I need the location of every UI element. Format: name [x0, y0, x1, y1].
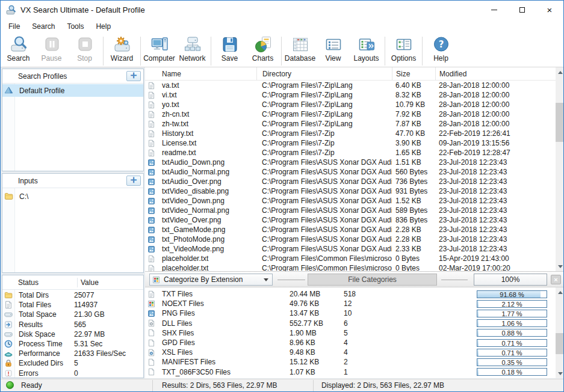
categorize-mode-select[interactable]: Categorize By Extension: [149, 274, 273, 286]
file-name-cell: readme.txt: [158, 149, 256, 157]
scroll-thumb[interactable]: [556, 103, 564, 142]
toolbar-options-button[interactable]: Options: [387, 35, 420, 66]
menu-file[interactable]: File: [2, 20, 26, 33]
category-row[interactable]: PNG Files13.47 KB101.77 %: [145, 308, 556, 318]
toolbar-network-button[interactable]: Network: [176, 35, 209, 66]
file-row[interactable]: License.txtC:\Program Files\7-Zip3.90 KB…: [145, 138, 556, 148]
file-row[interactable]: vi.txtC:\Program Files\7-Zip\Lang8.32 KB…: [145, 90, 556, 100]
profile-icon: [4, 86, 13, 95]
toolbar-save-button[interactable]: Save: [213, 35, 246, 66]
txt-file-icon: [147, 255, 155, 263]
file-row[interactable]: txtAudio_Normal.pngC:\Program Files\ASUS…: [145, 167, 556, 177]
category-row[interactable]: SHX Files1.90 MB50.88 %: [145, 328, 556, 338]
scroll-up-button[interactable]: [556, 67, 564, 77]
column-header-name[interactable]: Name: [145, 67, 256, 80]
toolbar-pause-button[interactable]: Pause: [35, 35, 68, 66]
file-name-cell: txtAudio_Over.png: [158, 177, 256, 186]
file-row[interactable]: readme.txtC:\Program Files\7-Zip1.65 KB2…: [145, 148, 556, 158]
close-panel-button[interactable]: ×: [551, 275, 561, 284]
file-size-cell: 2.33 KB: [392, 245, 435, 253]
app-window: VX Search Ultimate - Default Profile × F…: [0, 0, 564, 392]
zoom-level-button[interactable]: 100%: [474, 274, 547, 286]
file-row[interactable]: placeholder.txtC:\Program Files\Common F…: [145, 263, 556, 271]
file-list-scrollbar[interactable]: [556, 67, 564, 271]
file-row[interactable]: zh-cn.txtC:\Program Files\7-Zip\Lang7.92…: [145, 109, 556, 119]
close-button[interactable]: ×: [536, 1, 563, 19]
file-row[interactable]: txt_VideoMode.pngC:\Program Files\ASUS X…: [145, 244, 556, 254]
menu-search[interactable]: Search: [26, 20, 61, 33]
wizard-icon: [113, 35, 131, 54]
category-row[interactable]: DLL Files552.77 KB61.06 %: [145, 319, 556, 328]
toolbar-view-button[interactable]: View: [317, 35, 350, 66]
txt-file-icon: [147, 265, 155, 272]
computer-icon: [150, 35, 169, 54]
file-row[interactable]: txt_GameMode.pngC:\Program Files\ASUS Xo…: [145, 225, 556, 234]
file-categories-button[interactable]: File Categories: [308, 274, 437, 286]
scroll-up-button[interactable]: [556, 287, 564, 297]
file-row[interactable]: txtVideo_Normal.pngC:\Program Files\ASUS…: [145, 206, 556, 215]
toolbar-search-button[interactable]: Search: [2, 35, 35, 66]
minimize-button[interactable]: [480, 1, 508, 19]
file-row[interactable]: txtAudio_Down.pngC:\Program Files\ASUS X…: [145, 158, 556, 167]
toolbar-layouts-button[interactable]: Layouts: [350, 35, 383, 66]
toolbar-database-button[interactable]: Database: [284, 35, 317, 66]
category-name-cell: PNG Files: [158, 309, 286, 317]
file-row[interactable]: va.txtC:\Program Files\7-Zip\Lang6.40 KB…: [145, 81, 556, 90]
file-size-cell: 0 Bytes: [392, 264, 435, 271]
scroll-down-button[interactable]: [556, 262, 564, 271]
category-row[interactable]: TXT Files20.44 MB51891.68 %: [145, 289, 556, 299]
category-type-cell: [145, 329, 158, 337]
toolbar-charts-button[interactable]: Charts: [246, 35, 279, 66]
add-profile-button[interactable]: ✛: [126, 71, 141, 81]
column-header-size[interactable]: Size: [392, 67, 435, 80]
input-item[interactable]: C:\: [2, 190, 143, 203]
menu-tools[interactable]: Tools: [61, 20, 90, 33]
scroll-down-button[interactable]: [556, 369, 564, 378]
file-row[interactable]: txtVideo_Over.pngC:\Program Files\ASUS X…: [145, 215, 556, 225]
file-row[interactable]: txtAudio_Over.pngC:\Program Files\ASUS X…: [145, 177, 556, 186]
category-scrollbar[interactable]: [556, 287, 564, 378]
file-row[interactable]: yo.txtC:\Program Files\7-Zip\Lang10.79 K…: [145, 100, 556, 109]
category-row[interactable]: NOEXT Files49.76 KB122.12 %: [145, 299, 556, 308]
add-input-button[interactable]: ✛: [126, 176, 141, 186]
txt-file-icon: [147, 91, 155, 99]
file-name-cell: txt_GameMode.png: [158, 225, 256, 234]
file-row[interactable]: txtVideo_disable.pngC:\Program Files\ASU…: [145, 186, 556, 196]
toolbar-wizard-button[interactable]: Wizard: [105, 35, 138, 66]
file-row[interactable]: placeholder.txtC:\Program Files\Common F…: [145, 254, 556, 263]
column-header-modified[interactable]: Modified: [435, 67, 556, 80]
category-row[interactable]: TXT_086F3C50 Files1.07 KB10.18 %: [145, 367, 556, 377]
results-summary: Results: 2 Dirs, 563 Files, 22.97 MB: [162, 381, 277, 390]
search-profiles-panel: Search Profiles ✛ Default Profile: [2, 69, 144, 171]
menu-help[interactable]: Help: [90, 20, 117, 33]
profile-item[interactable]: Default Profile: [2, 84, 143, 97]
maximize-button[interactable]: [508, 1, 536, 19]
percent-bar: 91.68 %: [477, 290, 547, 298]
column-header-directory[interactable]: Directory: [256, 67, 392, 80]
scroll-track[interactable]: [556, 297, 564, 369]
dll-category-icon: [147, 319, 155, 327]
category-bar-cell: 1.06 %: [477, 319, 547, 327]
file-row[interactable]: txtVideo_Down.pngC:\Program Files\ASUS X…: [145, 196, 556, 206]
file-name-cell: txt_PhotoMode.png: [158, 235, 256, 243]
toolbar-computer-button[interactable]: Computer: [143, 35, 176, 66]
file-row[interactable]: txt_PhotoMode.pngC:\Program Files\ASUS X…: [145, 234, 556, 244]
category-type-cell: [145, 349, 158, 357]
file-type-cell: [145, 101, 158, 109]
category-row[interactable]: MANIFEST Files15.12 KB20.35 %: [145, 357, 556, 367]
scroll-track[interactable]: [556, 77, 564, 262]
toolbar-button-label: Stop: [77, 54, 92, 63]
file-type-cell: [145, 188, 158, 195]
database-icon: [291, 35, 309, 54]
status-value: 0: [74, 369, 78, 378]
scroll-thumb[interactable]: [556, 333, 564, 354]
category-row[interactable]: GPD Files8.96 KB40.71 %: [145, 338, 556, 348]
file-row[interactable]: History.txtC:\Program Files\7-Zip47.70 K…: [145, 129, 556, 138]
file-row[interactable]: zh-tw.txtC:\Program Files\7-Zip\Lang7.87…: [145, 119, 556, 129]
png-category-icon: [147, 310, 155, 317]
toolbar-help-button[interactable]: ?Help: [424, 35, 457, 66]
column-separator: [77, 278, 78, 287]
category-row[interactable]: XSL Files9.48 KB40.71 %: [145, 348, 556, 357]
file-modified-cell: 23-Jul-2018 12:23:43: [435, 187, 556, 195]
toolbar-stop-button[interactable]: Stop: [68, 35, 101, 66]
